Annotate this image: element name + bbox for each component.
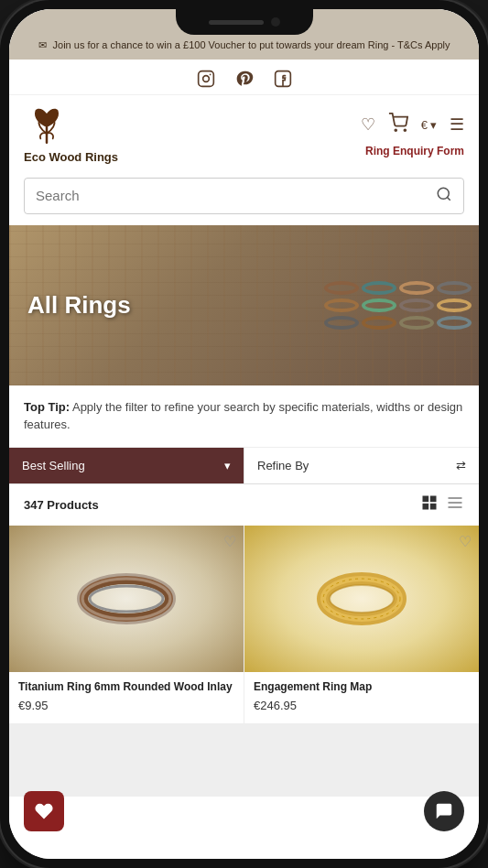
products-count: 347 Products [24,498,99,512]
product-1-name: Titanium Ring 6mm Rounded Wood Inlay [18,679,234,695]
product-image-1[interactable]: ♡ [9,526,244,672]
currency-symbol: € [421,118,428,132]
logo-area: Eco Wood Rings [24,104,118,165]
tip-text: Apply the filter to refine your search b… [24,400,462,432]
header-icons: ♡ € ▾ ☰ [361,113,464,137]
svg-rect-8 [423,495,429,502]
instagram-icon[interactable] [196,69,216,89]
social-bar [9,60,479,95]
refine-button[interactable]: Refine By ⇄ [244,448,479,483]
tip-section: Top Tip: Apply the filter to refine your… [9,385,479,448]
pinterest-icon[interactable] [234,69,255,89]
ring-row-2 [204,298,472,312]
sort-dropdown[interactable]: Best Selling ▾ [9,448,244,483]
product-1-wishlist[interactable]: ♡ [223,533,236,550]
bottom-wishlist-button[interactable] [24,791,64,831]
announcement-text: Join us for a chance to win a £100 Vouch… [53,39,450,50]
camera [271,17,280,27]
svg-rect-10 [423,504,429,510]
svg-rect-0 [198,71,213,87]
logo-text: Eco Wood Rings [24,150,118,165]
svg-rect-9 [430,495,437,502]
count-label: Products [47,498,98,512]
header-right: ♡ € ▾ ☰ [361,113,464,157]
speaker [209,20,264,25]
mail-icon: ✉ [38,38,47,52]
sort-chevron: ▾ [224,459,231,472]
search-input[interactable] [36,188,436,203]
svg-point-5 [404,129,406,131]
tip-bold: Top Tip: [24,400,70,414]
ring-enquiry-link[interactable]: Ring Enquiry Form [365,145,464,157]
phone-frame: ✉ Join us for a chance to win a £100 Vou… [0,0,488,868]
screen-content: ✉ Join us for a chance to win a £100 Vou… [9,9,479,859]
facebook-icon[interactable] [273,69,293,89]
product-2-wishlist[interactable]: ♡ [459,533,472,550]
sort-label: Best Selling [22,459,85,472]
refine-label: Refine By [257,459,309,472]
hero-banner: All Rings [9,225,479,385]
ring-row-3 [204,316,472,330]
ring-row-1 [204,281,472,295]
product-image-2[interactable]: ♡ [244,526,479,672]
rings-display [197,225,479,385]
product-grid: ♡ Titanium Ring 6mm Rounded Wood Inlay €… [9,526,479,797]
currency-selector[interactable]: € ▾ [421,118,437,132]
products-header: 347 Products [9,484,479,526]
svg-point-2 [209,74,211,76]
hero-title: All Rings [27,291,131,320]
svg-point-4 [395,129,396,131]
filter-bar: Best Selling ▾ Refine By ⇄ [9,448,479,484]
header: Eco Wood Rings ♡ € [9,95,479,174]
svg-line-7 [447,197,450,200]
svg-point-1 [202,76,209,82]
product-card: ♡ Titanium Ring 6mm Rounded Wood Inlay €… [9,526,244,723]
product-info-2: Engagement Ring Map €246.95 [244,672,479,723]
search-icon[interactable] [436,186,452,206]
phone-inner: ✉ Join us for a chance to win a £100 Vou… [9,9,479,859]
svg-rect-11 [430,504,437,510]
currency-chevron: ▾ [430,118,437,132]
view-toggle [420,494,464,516]
grid-view-button[interactable] [420,494,439,516]
cart-icon[interactable] [388,113,408,137]
count-number: 347 [24,498,44,512]
product-2-price: €246.95 [254,699,470,712]
notch [176,9,313,35]
filter-icon: ⇄ [456,459,466,472]
product-1-price: €9.95 [18,699,234,712]
svg-point-22 [330,585,394,613]
wishlist-icon[interactable]: ♡ [361,114,375,135]
svg-point-19 [90,586,163,612]
chat-button[interactable] [424,791,464,831]
logo-icon [24,104,70,150]
product-info-1: Titanium Ring 6mm Rounded Wood Inlay €9.… [9,672,244,723]
svg-point-6 [438,188,449,199]
search-bar [24,178,464,214]
product-card-2: ♡ Engagement Ring Map €246.95 [244,526,479,723]
menu-icon[interactable]: ☰ [450,114,464,135]
list-view-button[interactable] [446,494,464,516]
product-2-name: Engagement Ring Map [254,679,470,695]
